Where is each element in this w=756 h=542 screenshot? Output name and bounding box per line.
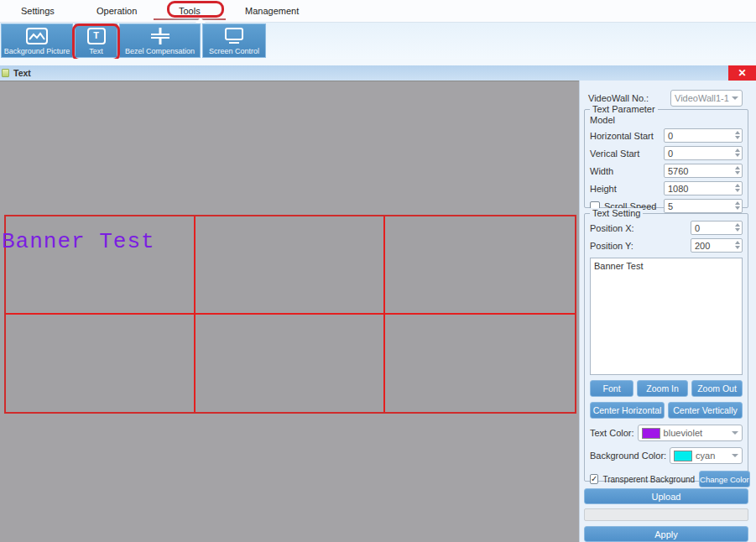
bezel-icon xyxy=(149,28,171,44)
position-x-label: Position X: xyxy=(590,223,634,233)
spinner-arrows-icon[interactable] xyxy=(735,131,740,139)
vertical-start-value: 0 xyxy=(668,149,673,159)
transparent-background-checkbox[interactable]: ✓ xyxy=(590,474,598,484)
height-input[interactable]: 1080 xyxy=(664,181,743,195)
tools-highlight-annotation xyxy=(167,1,224,18)
change-color-button[interactable]: Change Color xyxy=(699,471,750,487)
vertical-start-label: Verical Start xyxy=(590,149,639,159)
menu-item-settings[interactable]: Settings xyxy=(21,6,55,16)
background-picture-button[interactable]: Background Picture xyxy=(1,23,73,58)
apply-button[interactable]: Apply xyxy=(584,526,748,542)
horizontal-start-value: 0 xyxy=(668,131,673,141)
upload-button[interactable]: Upload xyxy=(584,488,748,504)
toolbar-button-label: Background Picture xyxy=(4,47,70,55)
zoom-out-button[interactable]: Zoom Out xyxy=(691,380,743,397)
spinner-arrows-icon[interactable] xyxy=(735,166,740,175)
height-value: 1080 xyxy=(668,184,688,194)
center-vertically-button[interactable]: Center Vertically xyxy=(668,402,743,419)
picture-icon xyxy=(26,28,48,44)
zoom-in-button[interactable]: Zoom In xyxy=(637,380,688,397)
font-button[interactable]: Font xyxy=(590,380,633,397)
videowall-cell xyxy=(196,216,385,315)
center-horizontal-button[interactable]: Center Horizontal xyxy=(590,402,665,419)
width-label: Width xyxy=(590,166,613,176)
height-label: Height xyxy=(590,184,617,194)
horizontal-start-input[interactable]: 0 xyxy=(664,128,743,143)
text-icon: T xyxy=(86,28,107,44)
transparent-background-label: Transperent Background xyxy=(602,475,695,484)
model-label: Model xyxy=(590,115,748,125)
spinner-arrows-icon[interactable] xyxy=(735,223,740,232)
position-x-value: 0 xyxy=(695,223,700,233)
active-menu-pointer xyxy=(196,18,206,23)
background-color-label: Background Color: xyxy=(590,451,666,461)
videowall-preview-canvas[interactable]: Banner Test xyxy=(0,81,579,542)
text-parameter-group: Text Parameter Model Horizontal Start 0 … xyxy=(584,109,748,208)
text-setting-group: Text Setting Position X: 0 Position Y: 2… xyxy=(584,213,748,482)
text-window-icon xyxy=(2,69,9,77)
banner-preview-text[interactable]: Banner Test xyxy=(2,229,155,254)
videowall-select[interactable]: VideoWall1-1 xyxy=(670,90,743,107)
window-title: Text xyxy=(13,68,31,78)
toolbar-spacer xyxy=(0,59,756,65)
close-icon[interactable]: ✕ xyxy=(728,65,756,81)
chevron-down-icon xyxy=(732,454,738,457)
upload-progress-bar xyxy=(584,508,748,521)
banner-text-input[interactable]: Banner Test xyxy=(590,258,743,375)
text-setting-legend: Text Setting xyxy=(590,208,643,218)
bezel-compensation-button[interactable]: Bezel Compensation xyxy=(119,23,201,58)
screen-control-button[interactable]: Screen Control xyxy=(202,23,266,58)
text-color-value: blueviolet xyxy=(664,428,702,438)
position-x-input[interactable]: 0 xyxy=(691,221,743,235)
width-value: 5760 xyxy=(668,166,688,176)
ribbon-toolbar: Background Picture T Text Bezel Compensa… xyxy=(0,23,756,59)
videowall-cell xyxy=(196,315,385,413)
position-y-input[interactable]: 200 xyxy=(691,238,743,253)
spinner-arrows-icon[interactable] xyxy=(735,149,740,157)
position-y-label: Position Y: xyxy=(590,241,633,251)
scroll-speed-value: 5 xyxy=(668,201,673,211)
chevron-down-icon xyxy=(732,431,738,435)
background-color-value: cyan xyxy=(696,451,715,461)
menu-item-operation[interactable]: Operation xyxy=(96,6,137,16)
text-button[interactable]: T Text xyxy=(75,23,117,58)
vertical-start-input[interactable]: 0 xyxy=(664,146,743,160)
menu-item-management[interactable]: Management xyxy=(245,6,299,16)
videowall-no-label: VideoWall No.: xyxy=(588,93,649,103)
position-y-value: 200 xyxy=(695,241,710,251)
text-color-label: Text Color: xyxy=(590,428,634,438)
background-color-swatch xyxy=(674,451,692,461)
toolbar-button-label: Bezel Compensation xyxy=(125,47,195,55)
text-color-swatch xyxy=(642,428,660,439)
background-color-select[interactable]: cyan xyxy=(670,447,743,464)
videowall-cell xyxy=(385,216,575,315)
text-settings-panel: VideoWall No.: VideoWall1-1 Text Paramet… xyxy=(579,81,756,542)
tools-active-underline xyxy=(154,18,226,20)
screen-icon xyxy=(223,28,245,44)
videowall-cell xyxy=(6,315,196,413)
width-input[interactable]: 5760 xyxy=(664,164,743,178)
spinner-arrows-icon[interactable] xyxy=(735,184,740,192)
menu-bar: Settings Operation Tools Management xyxy=(0,0,756,23)
text-window-titlebar: Text ✕ xyxy=(0,65,756,81)
scroll-speed-input[interactable]: 5 xyxy=(664,199,743,213)
videowall-select-value: VideoWall1-1 xyxy=(675,93,729,103)
toolbar-button-label: Text xyxy=(89,47,103,55)
videowall-cell xyxy=(385,315,575,413)
chevron-down-icon xyxy=(732,96,738,100)
text-parameter-legend: Text Parameter xyxy=(590,104,658,114)
spinner-arrows-icon[interactable] xyxy=(735,201,740,210)
text-color-select[interactable]: blueviolet xyxy=(638,425,743,441)
spinner-arrows-icon[interactable] xyxy=(735,241,740,249)
toolbar-button-label: Screen Control xyxy=(209,47,259,55)
horizontal-start-label: Horizontal Start xyxy=(590,131,654,141)
videowall-app-window: Settings Operation Tools Management Back… xyxy=(0,0,756,542)
